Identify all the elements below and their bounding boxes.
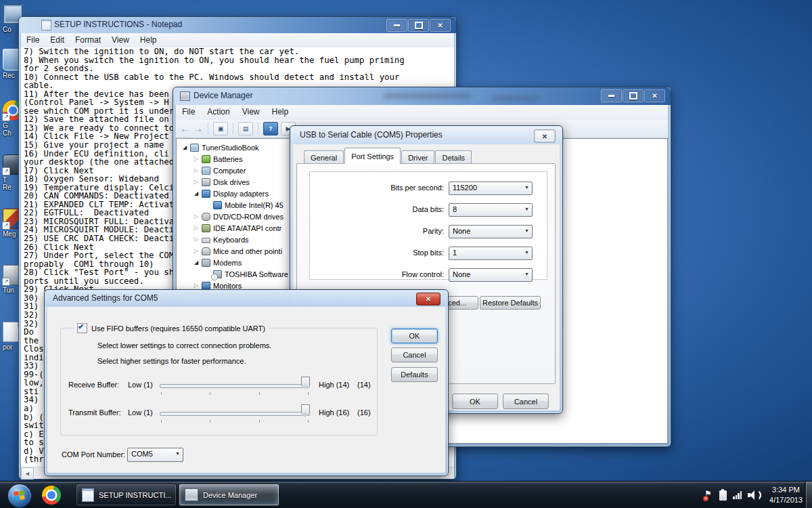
receive-buffer-slider-thumb[interactable] [301,377,310,385]
battery-icon[interactable] [719,490,727,501]
minimize-button[interactable] [386,19,407,32]
collapsed-arrow-icon[interactable]: ▷ [192,167,200,173]
menu-format[interactable]: Format [70,33,106,47]
menu-action[interactable]: Action [201,105,235,119]
chrome-taskbar-icon[interactable] [42,486,61,505]
forward-icon[interactable]: → [193,123,203,135]
minimize-button[interactable] [601,89,622,102]
transmit-buffer-row: Transmit Buffer: Low (1) High (16) (16) [45,406,448,426]
field-row-stop-bits: Stop bits:1▼ [290,247,562,259]
volume-icon[interactable] [748,490,759,500]
collapsed-arrow-icon[interactable]: ▷ [192,248,200,254]
collapsed-arrow-icon[interactable]: ▷ [192,179,200,185]
stop-bits-combobox[interactable]: 1▼ [449,247,533,260]
tree-item-label: Modems [213,259,242,267]
tree-item-label: Mobile Intel(R) 45 [225,201,284,209]
flow-control-combobox[interactable]: None▼ [449,268,533,282]
cancel-button[interactable]: Cancel [391,347,438,362]
hint-lower: Select lower settings to correct connect… [97,341,271,350]
field-row-data-bits: Data bits:8▼ [290,203,562,216]
restore-defaults-button[interactable]: Restore Defaults [480,296,541,310]
toolbar-separator [258,123,258,135]
properties-titlebar[interactable]: USB to Serial Cable (COM5) Properties [290,126,562,144]
display-icon [202,190,210,198]
taskbar-button-device-manager[interactable]: Device Manager [179,484,279,506]
tab-port-settings[interactable]: Port Settings [344,148,401,164]
network-icon[interactable] [733,491,742,499]
device-manager-titlebar[interactable]: Device Manager ✕ [173,87,671,105]
menu-view[interactable]: View [236,105,266,119]
scroll-left-icon[interactable]: ◄ [21,467,34,480]
expanded-arrow-icon[interactable]: ◢ [181,144,189,150]
slider-tick [308,420,309,423]
modem-icon [202,259,210,267]
menu-help[interactable]: Help [266,105,295,119]
transmit-buffer-slider[interactable] [160,412,310,416]
receive-buffer-label: Receive Buffer: [68,381,119,389]
glass-reflection [491,96,539,102]
tab-details[interactable]: Details [435,150,472,164]
back-icon[interactable]: ← [180,123,190,135]
action-center-icon[interactable] [704,490,713,500]
computer-icon [190,144,199,152]
menu-view[interactable]: View [106,33,135,47]
console-window-icon[interactable]: ▣ [213,122,228,135]
defaults-button[interactable]: Defaults [391,367,438,382]
field-row-flow-control: Flow control:None▼ [290,268,562,281]
parity-combobox[interactable]: None▼ [449,225,533,238]
field-label: Parity: [304,227,444,235]
expanded-arrow-icon[interactable]: ◢ [192,190,200,196]
clock[interactable]: 3:34 PM 4/17/2013 [769,485,803,505]
collapsed-arrow-icon[interactable]: ▷ [192,213,200,219]
bits-per-second-combobox[interactable]: 115200▼ [449,182,533,195]
maximize-button[interactable] [408,19,429,32]
close-button[interactable]: ✕ [534,129,556,143]
expanded-arrow-icon[interactable]: ◢ [192,259,200,266]
collapsed-arrow-icon[interactable]: ▷ [192,156,200,162]
collapsed-arrow-icon[interactable]: ▷ [192,236,200,242]
menu-help[interactable]: Help [135,33,162,47]
slider-tick [308,392,309,395]
menu-file[interactable]: File [21,33,45,47]
receive-buffer-slider[interactable] [160,384,310,388]
data-bits-combobox[interactable]: 8▼ [449,203,533,217]
transmit-buffer-value: (16) [357,408,371,417]
ok-button[interactable]: OK [452,394,498,409]
com-port-combobox[interactable]: COM5 ▼ [127,448,183,462]
ide-icon [202,224,210,232]
help-icon[interactable]: ? [263,122,278,135]
collapsed-arrow-icon[interactable]: ▷ [192,225,200,231]
chevron-down-icon: ▼ [524,272,529,276]
close-button[interactable]: ✕ [430,19,451,32]
show-desktop-button[interactable] [805,482,812,508]
transmit-buffer-slider-thumb[interactable] [301,404,310,413]
tab-driver[interactable]: Driver [401,150,434,164]
tab-general[interactable]: General [304,150,344,164]
tree-item-label: Computer [213,167,246,175]
menu-edit[interactable]: Edit [45,33,70,47]
advanced-titlebar[interactable]: Advanced Settings for COM5 [45,290,448,307]
collapsed-arrow-icon[interactable]: ▷ [192,282,200,289]
maximize-button[interactable] [623,89,644,102]
menu-file[interactable]: File [176,105,201,119]
tree-item-label: DVD/CD-ROM drives [213,213,284,221]
combobox-value: 1 [453,249,457,257]
fifo-checkbox[interactable] [77,323,87,333]
properties-icon[interactable]: ▤ [238,122,253,135]
display-icon [213,201,222,209]
com-port-label: COM Port Number: [62,450,125,459]
desktop: CoRec↗GCh↗TRe↗Meg↗Tunpor SETUP INSTRUCTI… [0,0,812,508]
start-button[interactable] [7,484,32,508]
close-icon: ✕ [542,133,547,140]
close-button[interactable]: ✕ [416,293,441,305]
toolbar-separator [233,123,233,135]
ok-button[interactable]: OK [391,329,438,343]
tree-item-label: Disk drives [213,178,250,186]
com-port-value: COM5 [131,450,153,458]
taskbar: SETUP INSTRUCTI... Device Manager 3:34 P… [0,481,812,508]
cancel-button[interactable]: Cancel [503,394,549,409]
chevron-down-icon: ▼ [524,250,529,255]
notepad-titlebar[interactable]: SETUP INSTRUCTIONS - Notepad ✕ [19,17,456,33]
taskbar-button-notepad[interactable]: SETUP INSTRUCTI... [76,484,177,506]
close-button[interactable]: ✕ [644,89,665,102]
